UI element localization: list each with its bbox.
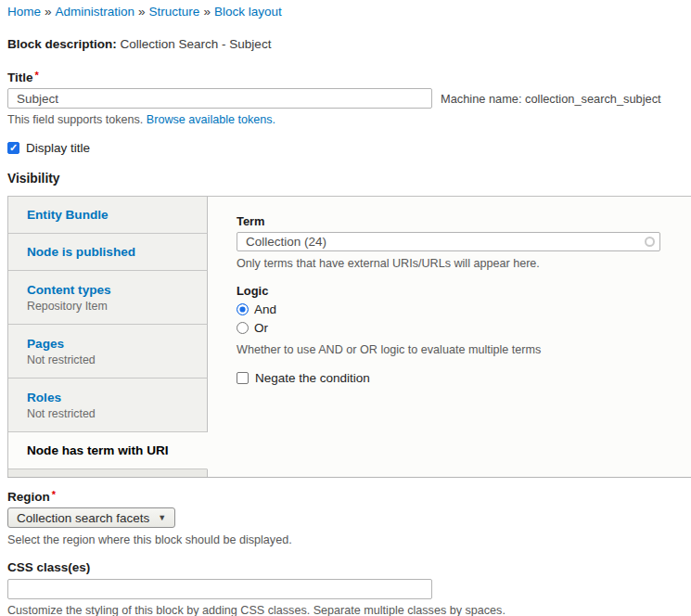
term-description: Only terms that have external URIs/URLs … (237, 257, 663, 271)
css-classes-label: CSS class(es) (7, 560, 691, 574)
css-classes-description: Customize the styling of this block by a… (7, 604, 691, 616)
title-label: Title (7, 71, 33, 84)
display-title-row: ✓ Display title (7, 141, 691, 155)
breadcrumb-separator: » (203, 5, 211, 19)
visibility-heading: Visibility (7, 172, 691, 186)
block-description: Block description: Collection Search - S… (7, 37, 691, 52)
visibility-vertical-tabs: Entity Bundle Node is published Content … (7, 196, 691, 478)
logic-option-or-row: Or (237, 321, 663, 335)
logic-field-group: Logic And Or Whether to use AND or OR lo… (237, 284, 663, 357)
tab-menu-footer (8, 469, 208, 477)
tab-summary: Not restricted (27, 407, 196, 420)
breadcrumb-link-block-layout[interactable]: Block layout (214, 5, 282, 19)
chevron-down-icon: ▼ (158, 513, 166, 522)
required-marker: * (52, 489, 56, 500)
logic-or-radio[interactable] (237, 322, 249, 334)
tab-summary: Not restricted (27, 353, 196, 366)
breadcrumb-link-structure[interactable]: Structure (149, 5, 200, 19)
browse-tokens-link[interactable]: Browse available tokens. (147, 113, 275, 126)
region-description: Select the region where this block shoul… (7, 533, 691, 547)
region-field-group: Region* Collection search facets ▼ Selec… (7, 489, 691, 547)
term-autocomplete-input[interactable] (237, 232, 660, 251)
block-description-value: Collection Search - Subject (121, 37, 272, 51)
breadcrumb-separator: » (138, 5, 146, 19)
css-classes-field-group: CSS class(es) Customize the styling of t… (7, 560, 691, 616)
breadcrumb-separator: » (45, 5, 52, 19)
tab-pages[interactable]: Pages Not restricted (8, 325, 208, 379)
visibility-tab-panel: Term Only terms that have external URIs/… (208, 197, 691, 477)
title-field-group: Title* Machine name: collection_search_s… (7, 70, 691, 127)
tab-node-is-published[interactable]: Node is published (8, 234, 208, 271)
display-title-checkbox[interactable]: ✓ (7, 142, 19, 154)
display-title-label[interactable]: Display title (26, 141, 90, 155)
tab-label: Content types (27, 283, 196, 297)
tab-label: Roles (27, 391, 196, 404)
checkmark-icon: ✓ (9, 143, 18, 153)
title-description: This field supports tokens. (7, 113, 143, 126)
required-marker: * (35, 70, 39, 81)
tab-label: Node has term with URI (27, 443, 196, 457)
autocomplete-indicator-icon (645, 237, 655, 247)
logic-and-label[interactable]: And (254, 302, 276, 316)
tab-node-has-term-with-uri[interactable]: Node has term with URI (8, 432, 208, 469)
title-input[interactable] (7, 88, 432, 109)
tab-content-types[interactable]: Content types Repository Item (8, 271, 208, 325)
logic-option-and-row: And (237, 302, 663, 316)
tab-label: Entity Bundle (27, 208, 196, 222)
breadcrumb-link-home[interactable]: Home (7, 5, 41, 19)
negate-condition-checkbox[interactable] (237, 372, 249, 384)
negate-condition-label[interactable]: Negate the condition (255, 371, 370, 385)
logic-and-radio[interactable] (237, 303, 249, 315)
css-classes-input[interactable] (7, 579, 432, 599)
tab-label: Pages (27, 337, 196, 351)
logic-description: Whether to use AND or OR logic to evalua… (237, 343, 663, 357)
machine-name-text: Machine name: collection_search_subject (441, 92, 661, 106)
tab-entity-bundle[interactable]: Entity Bundle (8, 197, 208, 234)
breadcrumb: Home»Administration»Structure»Block layo… (7, 4, 691, 19)
negate-condition-row: Negate the condition (237, 371, 663, 385)
term-label: Term (237, 214, 663, 228)
term-field-group: Term Only terms that have external URIs/… (237, 214, 663, 271)
tab-label: Node is published (27, 245, 196, 259)
region-select[interactable]: Collection search facets ▼ (7, 507, 175, 528)
region-select-value: Collection search facets (17, 511, 149, 525)
visibility-tab-menu: Entity Bundle Node is published Content … (7, 197, 208, 477)
tab-roles[interactable]: Roles Not restricted (8, 379, 208, 432)
tab-summary: Repository Item (27, 300, 196, 313)
block-description-label: Block description: (7, 37, 117, 51)
logic-or-label[interactable]: Or (254, 321, 268, 335)
block-configure-page: Home»Administration»Structure»Block layo… (0, 0, 691, 616)
region-label: Region (7, 490, 50, 504)
logic-label: Logic (237, 284, 663, 298)
breadcrumb-link-administration[interactable]: Administration (56, 5, 135, 19)
